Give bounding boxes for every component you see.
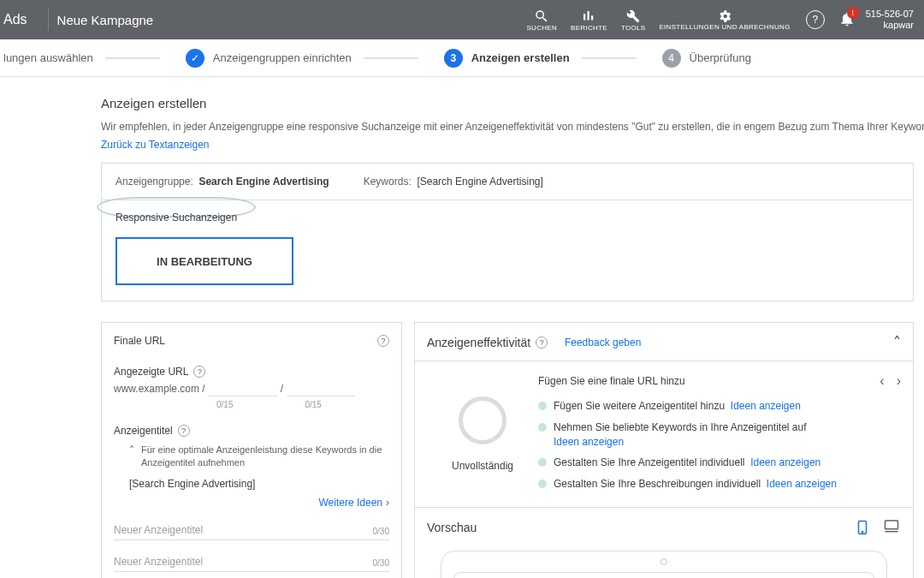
keyword-suggestion[interactable]: [Search Engine Advertising] bbox=[129, 478, 255, 490]
ad-editor-panel: ? Finale URL Angezeigte URL? www.example… bbox=[101, 322, 402, 578]
ideas-link[interactable]: Ideen anzeigen bbox=[731, 400, 801, 412]
page-title: Neue Kampagne bbox=[57, 13, 154, 27]
search-tool[interactable]: SUCHEN bbox=[519, 9, 564, 32]
headlines-label: Anzeigentitel? bbox=[114, 425, 389, 437]
back-to-text-ads-link[interactable]: Zurück zu Textanzeigen bbox=[101, 139, 210, 151]
intro-text: Wir empfehlen, in jeder Anzeigengruppe e… bbox=[101, 121, 914, 133]
reports-tool[interactable]: BERICHTE bbox=[564, 9, 614, 32]
headline-input-3[interactable]: Neuer Anzeigentitel0/30 bbox=[114, 572, 389, 578]
search-icon bbox=[534, 9, 549, 24]
path2-input[interactable] bbox=[287, 381, 355, 396]
desktop-icon[interactable] bbox=[882, 518, 901, 533]
help-icon[interactable]: ? bbox=[806, 10, 825, 29]
help-icon[interactable]: ? bbox=[536, 337, 548, 349]
headline-input-2[interactable]: Neuer Anzeigentitel0/30 bbox=[114, 540, 389, 572]
ad-preview-card: ⋮ Anzeige · www.example.com/ Anzeigentit… bbox=[453, 572, 874, 578]
ideas-link[interactable]: Ideen anzeigen bbox=[750, 456, 820, 468]
gear-icon bbox=[717, 9, 732, 24]
display-url-label: Angezeigte URL? bbox=[114, 366, 389, 378]
right-panel: Anzeigeneffektivität? Feedback geben ˄ U… bbox=[414, 322, 914, 578]
notifications-icon[interactable]: ! bbox=[838, 10, 856, 30]
tools-tool[interactable]: TOOLS bbox=[614, 9, 652, 32]
mobile-icon[interactable] bbox=[855, 518, 870, 537]
chevron-up-icon[interactable]: ˄ bbox=[129, 444, 134, 470]
headline-input-1[interactable]: Neuer Anzeigentitel0/30 bbox=[114, 509, 389, 540]
effectiveness-title: Anzeigeneffektivität bbox=[427, 336, 530, 349]
step-4[interactable]: 4Überprüfung bbox=[652, 49, 761, 68]
check-icon: ✓ bbox=[186, 49, 204, 68]
help-icon[interactable]: ? bbox=[178, 425, 190, 437]
path1-input[interactable] bbox=[209, 381, 277, 396]
status-card[interactable]: IN BEARBEITUNG bbox=[116, 237, 293, 285]
help-icon[interactable]: ? bbox=[377, 335, 389, 347]
adgroup-card: Anzeigengruppe: Search Engine Advertisin… bbox=[101, 163, 914, 301]
more-ideas-link[interactable]: Weitere Ideen› bbox=[114, 497, 389, 509]
ad-type-label: Responsive Suchanzeigen bbox=[116, 212, 237, 223]
chart-icon bbox=[581, 9, 596, 24]
preview-title: Vorschau bbox=[427, 521, 477, 534]
alert-badge: ! bbox=[847, 7, 859, 19]
prev-icon[interactable]: ‹ bbox=[880, 373, 884, 389]
section-title: Anzeigen erstellen bbox=[101, 96, 914, 110]
final-url-label: Finale URL bbox=[114, 335, 389, 347]
account-info[interactable]: 515-526-07 kapwar bbox=[861, 9, 914, 31]
effectiveness-gauge bbox=[459, 396, 506, 444]
step-3[interactable]: 3Anzeigen erstellen bbox=[434, 49, 652, 68]
chevron-up-icon[interactable]: ˄ bbox=[893, 333, 901, 352]
help-icon[interactable]: ? bbox=[193, 366, 205, 378]
step-2[interactable]: ✓Anzeigengruppen einrichten bbox=[175, 49, 434, 68]
chevron-right-icon: › bbox=[386, 497, 389, 509]
brand: Ads bbox=[0, 12, 39, 27]
ideas-link[interactable]: Ideen anzeigen bbox=[554, 436, 624, 448]
next-icon[interactable]: › bbox=[897, 373, 901, 389]
svg-point-1 bbox=[862, 531, 863, 533]
svg-rect-2 bbox=[886, 521, 898, 529]
divider bbox=[48, 9, 49, 31]
settings-tool[interactable]: EINSTELLUNGEN UND ABRECHNUNG bbox=[652, 9, 797, 32]
device-preview: ⋮ Anzeige · www.example.com/ Anzeigentit… bbox=[441, 551, 887, 578]
feedback-link[interactable]: Feedback geben bbox=[565, 337, 641, 349]
stepper: lungen auswählen ✓Anzeigengruppen einric… bbox=[0, 39, 924, 77]
wrench-icon bbox=[625, 9, 641, 24]
step-1[interactable]: lungen auswählen bbox=[0, 51, 175, 64]
top-bar: Ads Neue Kampagne SUCHEN BERICHTE TOOLS … bbox=[0, 0, 924, 39]
ideas-link[interactable]: Ideen anzeigen bbox=[767, 478, 837, 490]
